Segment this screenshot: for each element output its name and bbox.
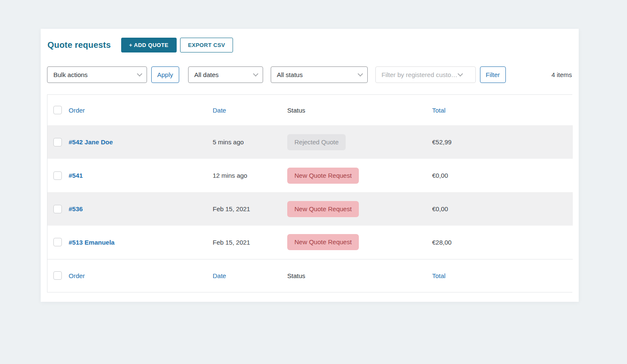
filter-button[interactable]: Filter [480, 66, 506, 83]
select-all-checkbox[interactable] [53, 271, 62, 280]
table-row: #536 Feb 15, 2021 New Quote Request €0,0… [47, 192, 573, 226]
select-row-checkbox[interactable] [53, 205, 62, 213]
status-badge: Rejected Quote [287, 134, 346, 150]
page-title: Quote requests [47, 40, 111, 50]
status-filter-select[interactable]: All status [271, 66, 368, 83]
dates-filter-value: All dates [194, 71, 219, 78]
add-quote-button[interactable]: + ADD QUOTE [121, 38, 177, 52]
filters-toolbar: Bulk actions Apply All dates All status … [41, 66, 579, 83]
column-header-date[interactable]: Date [213, 107, 226, 114]
column-footer-status: Status [287, 272, 305, 279]
page-header: Quote requests + ADD QUOTE EXPORT CSV [41, 29, 579, 52]
apply-button[interactable]: Apply [151, 66, 179, 83]
order-total: €28,00 [432, 239, 452, 246]
dates-filter-select[interactable]: All dates [188, 66, 263, 83]
bulk-actions-select[interactable]: Bulk actions [47, 66, 147, 83]
chevron-down-icon [137, 71, 142, 77]
select-row-checkbox[interactable] [53, 238, 62, 246]
table-row: #513 Emanuela Feb 15, 2021 New Quote Req… [47, 226, 573, 259]
chevron-down-icon [458, 71, 463, 77]
table-row: #542 Jane Doe 5 mins ago Rejected Quote … [47, 125, 573, 159]
table-header: Order Date Status Total [47, 95, 573, 125]
status-filter-value: All status [277, 71, 303, 78]
order-total: €52,99 [432, 138, 452, 146]
status-badge: New Quote Request [287, 234, 359, 250]
order-date: Feb 15, 2021 [213, 239, 250, 246]
quote-requests-panel: Quote requests + ADD QUOTE EXPORT CSV Bu… [41, 29, 579, 302]
quotes-table-container: Order Date Status Total #542 Jane Doe 5 … [47, 94, 572, 292]
bulk-actions-value: Bulk actions [53, 71, 88, 78]
customer-filter-select[interactable]: Filter by registered custo… [375, 66, 476, 83]
column-header-total[interactable]: Total [432, 107, 446, 114]
status-badge: New Quote Request [287, 201, 359, 217]
status-badge: New Quote Request [287, 168, 359, 184]
table-footer-row: Order Date Status Total [47, 259, 573, 292]
order-link[interactable]: #513 Emanuela [69, 239, 114, 246]
order-date: 12 mins ago [213, 172, 247, 179]
items-count: 4 items [552, 71, 572, 78]
table-footer: Order Date Status Total [47, 259, 573, 292]
order-link[interactable]: #542 Jane Doe [69, 138, 113, 146]
order-link[interactable]: #541 [69, 172, 83, 179]
order-total: €0,00 [432, 205, 448, 212]
customer-filter-placeholder: Filter by registered custo… [382, 71, 458, 78]
column-footer-total[interactable]: Total [432, 272, 446, 279]
table-row: #541 12 mins ago New Quote Request €0,00 [47, 159, 573, 192]
column-footer-order[interactable]: Order [69, 272, 85, 279]
order-date: Feb 15, 2021 [213, 205, 250, 212]
export-csv-button[interactable]: EXPORT CSV [180, 38, 233, 52]
select-row-checkbox[interactable] [53, 171, 62, 180]
chevron-down-icon [358, 71, 363, 77]
column-header-order[interactable]: Order [69, 107, 85, 114]
column-footer-date[interactable]: Date [213, 272, 226, 279]
column-header-status: Status [287, 107, 305, 114]
order-total: €0,00 [432, 172, 448, 179]
page-background: { "page": { "title": "Quote requests", "… [0, 0, 627, 364]
table-header-row: Order Date Status Total [47, 95, 573, 125]
order-date: 5 mins ago [213, 138, 244, 146]
select-row-checkbox[interactable] [53, 138, 62, 146]
order-link[interactable]: #536 [69, 205, 83, 212]
select-all-checkbox[interactable] [53, 106, 62, 114]
quotes-table: Order Date Status Total #542 Jane Doe 5 … [47, 95, 573, 292]
chevron-down-icon [253, 71, 258, 77]
